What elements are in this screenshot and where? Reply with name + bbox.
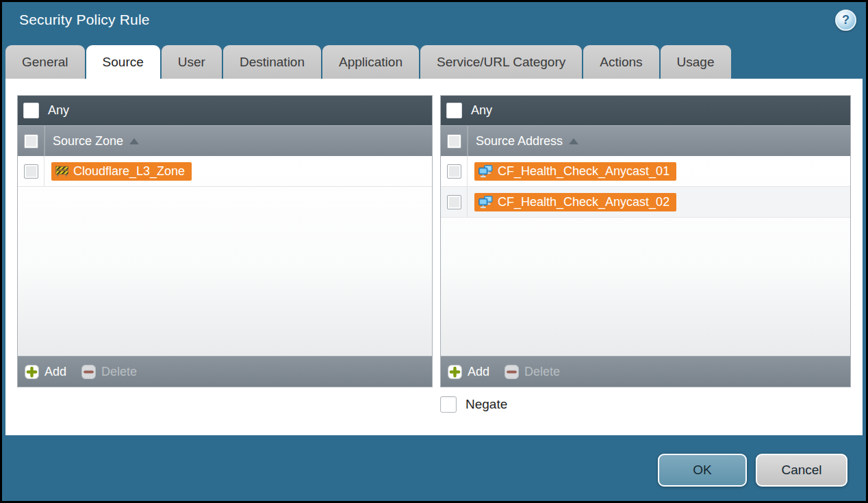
source-address-toolbar: Add Delete: [441, 356, 850, 387]
negate-label: Negate: [465, 397, 507, 412]
tab-bar: General Source User Destination Applicat…: [5, 45, 732, 79]
tab-destination[interactable]: Destination: [223, 45, 321, 79]
source-zone-any-checkbox[interactable]: [23, 103, 39, 118]
source-address-column-header[interactable]: Source Address: [441, 125, 850, 156]
source-zone-list: Cloudflare_L3_Zone: [18, 156, 432, 356]
source-address-any-checkbox[interactable]: [446, 103, 462, 118]
tab-application[interactable]: Application: [322, 45, 419, 79]
delete-label: Delete: [101, 365, 137, 379]
add-button[interactable]: Add: [25, 365, 66, 379]
delete-icon: [81, 365, 96, 379]
source-address-any-label: Any: [471, 103, 492, 118]
zone-icon: [55, 166, 68, 177]
source-address-any-bar: Any: [441, 96, 850, 125]
zone-chip-label: Cloudflare_L3_Zone: [73, 164, 185, 179]
tab-source[interactable]: Source: [86, 45, 160, 79]
source-address-row[interactable]: CF_Health_Check_Anycast_01: [441, 156, 850, 187]
row-checkbox-cell: [441, 156, 468, 186]
address-chip-label: CF_Health_Check_Anycast_01: [498, 164, 669, 179]
row-checkbox-cell: [441, 187, 468, 217]
add-label: Add: [44, 365, 66, 379]
dialog-footer: OK Cancel: [658, 454, 847, 487]
address-chip[interactable]: CF_Health_Check_Anycast_02: [474, 193, 676, 211]
dialog-title: Security Policy Rule: [19, 12, 150, 28]
address-icon: [478, 165, 493, 178]
zone-chip[interactable]: Cloudflare_L3_Zone: [51, 162, 192, 181]
source-address-select-all-checkbox[interactable]: [447, 134, 461, 149]
select-all-cell: [18, 126, 44, 156]
add-button[interactable]: Add: [448, 365, 489, 379]
ok-button[interactable]: OK: [658, 454, 747, 487]
source-zone-row-checkbox[interactable]: [24, 164, 38, 179]
source-zone-row[interactable]: Cloudflare_L3_Zone: [18, 156, 432, 187]
source-address-row-checkbox[interactable]: [447, 195, 461, 209]
delete-icon: [505, 365, 519, 379]
negate-checkbox[interactable]: [440, 396, 457, 413]
add-icon: [25, 365, 39, 379]
address-icon: [478, 196, 493, 209]
source-address-row[interactable]: CF_Health_Check_Anycast_02: [441, 187, 850, 218]
tab-general[interactable]: General: [5, 45, 85, 79]
tab-actions[interactable]: Actions: [583, 45, 659, 79]
delete-label: Delete: [524, 365, 560, 379]
delete-button[interactable]: Delete: [505, 365, 560, 379]
negate-control: Negate: [440, 396, 507, 413]
source-address-column-label: Source Address: [476, 134, 563, 149]
delete-button[interactable]: Delete: [81, 365, 137, 379]
source-address-row-checkbox[interactable]: [447, 164, 461, 179]
tab-service-url-category[interactable]: Service/URL Category: [420, 45, 582, 79]
add-label: Add: [468, 365, 489, 379]
source-address-panel: Any Source Address: [440, 95, 851, 387]
source-zone-toolbar: Add Delete: [18, 356, 432, 387]
address-chip-label: CF_Health_Check_Anycast_02: [498, 195, 669, 209]
source-address-list: CF_Health_Check_Anycast_01: [441, 156, 850, 356]
source-zone-any-bar: Any: [18, 96, 432, 125]
security-policy-rule-dialog: Security Policy Rule ? General Source Us…: [2, 2, 866, 501]
add-icon: [448, 365, 462, 379]
source-zone-column-header[interactable]: Source Zone: [18, 125, 432, 156]
source-zone-select-all-checkbox[interactable]: [24, 134, 38, 149]
sort-asc-icon: [569, 138, 578, 144]
source-zone-any-label: Any: [48, 103, 69, 118]
address-chip[interactable]: CF_Health_Check_Anycast_01: [474, 162, 676, 181]
source-zone-column-label: Source Zone: [53, 134, 123, 149]
cancel-button[interactable]: Cancel: [756, 454, 847, 487]
tab-user[interactable]: User: [162, 45, 222, 79]
help-icon[interactable]: ?: [835, 10, 856, 31]
select-all-cell: [441, 126, 468, 156]
title-bar: Security Policy Rule ?: [2, 2, 866, 43]
sort-asc-icon: [129, 138, 139, 144]
tab-content: Any Source Zone: [5, 79, 863, 435]
row-checkbox-cell: [18, 156, 44, 186]
tab-usage[interactable]: Usage: [661, 45, 731, 79]
source-zone-panel: Any Source Zone: [17, 95, 433, 387]
